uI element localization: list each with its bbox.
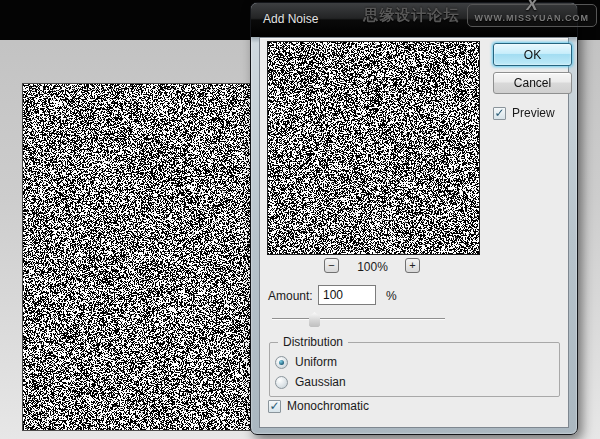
document-canvas-noise: [23, 84, 250, 430]
monochromatic-checkbox[interactable]: ✓: [268, 400, 281, 413]
amount-input[interactable]: [318, 285, 376, 305]
amount-slider[interactable]: [272, 310, 445, 328]
watermark-site-url: WWW.MISSYUAN.COM: [475, 13, 590, 23]
photoshop-workspace: 思缘设计论坛 X WWW.MISSYUAN.COM Add Noise − 10…: [0, 0, 600, 439]
radio-gaussian-label[interactable]: Gaussian: [295, 375, 346, 389]
radio-button-gaussian[interactable]: [275, 376, 288, 389]
radio-gaussian[interactable]: Gaussian: [275, 375, 346, 389]
radio-uniform[interactable]: Uniform: [275, 355, 337, 369]
preview-label[interactable]: Preview: [512, 106, 555, 120]
distribution-group: Distribution Uniform Gaussian: [269, 335, 560, 397]
monochromatic-label[interactable]: Monochromatic: [287, 399, 369, 413]
ok-button[interactable]: OK: [493, 43, 572, 66]
amount-unit-label: %: [386, 289, 397, 303]
zoom-level-label: 100%: [345, 260, 400, 274]
watermark: 思缘设计论坛 X WWW.MISSYUAN.COM: [364, 4, 598, 27]
dialog-title: Add Noise: [263, 12, 318, 26]
zoom-in-button[interactable]: +: [405, 258, 420, 273]
cancel-button[interactable]: Cancel: [493, 72, 572, 94]
watermark-url-box: X WWW.MISSYUAN.COM: [467, 4, 598, 27]
missyuan-x-logo-icon: X: [525, 0, 539, 13]
radio-uniform-label[interactable]: Uniform: [295, 355, 337, 369]
amount-slider-track[interactable]: [272, 318, 445, 320]
preview-checkbox-row[interactable]: ✓ Preview: [493, 106, 555, 120]
noise-preview-thumbnail[interactable]: [268, 42, 479, 254]
amount-label: Amount:: [268, 289, 313, 303]
add-noise-dialog: Add Noise − 100% + Amount: % Distributio…: [250, 2, 578, 435]
dialog-body: − 100% + Amount: % Distribution Uniform …: [259, 37, 569, 428]
monochromatic-checkbox-row[interactable]: ✓ Monochromatic: [268, 399, 369, 413]
noise-preview-frame: [267, 41, 480, 255]
distribution-legend: Distribution: [278, 335, 348, 349]
preview-checkbox[interactable]: ✓: [493, 107, 506, 120]
radio-button-uniform[interactable]: [275, 356, 288, 369]
amount-slider-thumb[interactable]: [309, 312, 320, 327]
zoom-out-button[interactable]: −: [324, 258, 339, 273]
watermark-site-name: 思缘设计论坛: [364, 6, 460, 25]
